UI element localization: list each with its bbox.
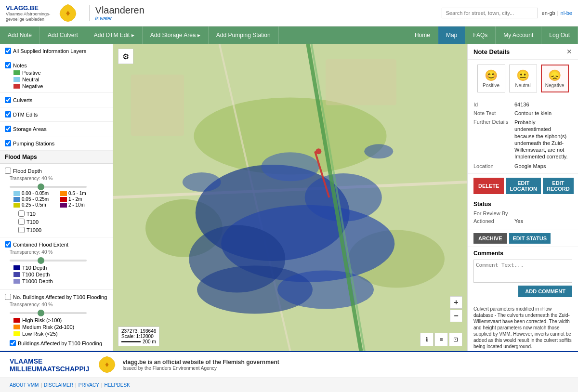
buildings-t100-checkbox[interactable] [5, 294, 11, 300]
negative-color [13, 84, 20, 89]
buildings-affected-row: Buildings Affected by T100 Flooding [5, 339, 108, 347]
legend-neutral: Neutral [5, 76, 108, 83]
buildings-affected-checkbox[interactable] [10, 340, 16, 346]
pumping-section: Pumping Stations [0, 136, 113, 151]
nav-faqs[interactable]: FAQs [465, 26, 496, 44]
bottom-disclaimer[interactable]: DISCLAIMER [44, 382, 73, 388]
flood-depth-checkbox[interactable] [5, 168, 11, 174]
buildings-high: High Risk (>100) [13, 317, 103, 324]
negative-button[interactable]: 😞 Negative [541, 65, 569, 92]
depth-color-5 [60, 203, 67, 208]
nav-log-out[interactable]: Log Out [541, 26, 578, 44]
language-switcher: en-gb | nl-be [542, 10, 572, 16]
nav-map[interactable]: Map [438, 26, 465, 44]
pumping-toggle[interactable]: Pumping Stations [5, 139, 108, 147]
depth-legend-0: 0.00 - 0.05m [13, 191, 56, 196]
nav-add-dtm-edit[interactable]: Add DTM Edit ▸ [86, 26, 143, 44]
map-coordinates: 237273, 193646 Scale: 1:12000 200 m [118, 327, 159, 346]
t100-checkbox[interactable] [18, 219, 25, 225]
edit-record-button[interactable]: EDIT RECORD [543, 178, 574, 194]
vlagg-logo: VLAGG.BE Vlaamse Afstroomings- gevoelige… [6, 4, 51, 22]
coords-text: 237273, 193646 [121, 328, 156, 334]
search-input[interactable] [442, 8, 538, 18]
map-settings-button[interactable]: ⚙ [118, 49, 133, 64]
nav-add-pumping-station[interactable]: Add Pumping Station [209, 26, 279, 44]
panel-close-button[interactable]: ✕ [566, 48, 572, 55]
delete-button[interactable]: DELETE [473, 178, 504, 194]
svg-point-10 [305, 173, 382, 222]
nav-add-note[interactable]: Add Note [0, 26, 40, 44]
lang-nl[interactable]: nl-be [561, 10, 572, 16]
t10-checkbox[interactable] [18, 210, 25, 217]
buildings-t100-toggle[interactable]: No. Buildings Affected by T100 Flooding [5, 293, 108, 301]
scale-bar-label: 200 m [143, 339, 156, 344]
all-layers-checkbox[interactable] [5, 48, 11, 54]
lion-icon: ♦ [58, 3, 78, 23]
bottom-helpdesk[interactable]: HELPDESK [105, 382, 130, 388]
panel-title: Note Details [473, 48, 510, 55]
culverts-label: Culverts [13, 97, 32, 103]
combined-t1000: T1000 Depth [13, 278, 103, 285]
map-area[interactable]: ⚙ + − ℹ ≡ ⊡ 237273, 193646 Scale: 1:1200… [113, 44, 467, 351]
actioned-row: Actioned Yes [473, 217, 572, 225]
neutral-icon: 😐 [516, 69, 529, 82]
buildings-transparency-slider[interactable] [10, 312, 87, 314]
storage-toggle[interactable]: Storage Areas [5, 125, 108, 133]
scale-bar-container: 200 m [121, 339, 156, 344]
t1000-checkbox[interactable] [18, 227, 25, 233]
combined-transparency-slider[interactable] [10, 260, 87, 261]
combined-t1000-color [13, 279, 20, 284]
flood-transparency-row: Transparency: 40 % [5, 175, 108, 182]
flood-depth-toggle[interactable]: Flood Depth [5, 167, 108, 175]
map-layers-button[interactable]: ≡ [434, 333, 448, 346]
notes-checkbox[interactable] [5, 62, 11, 68]
map-share-button[interactable]: ⊡ [449, 333, 462, 346]
nav-add-culvert[interactable]: Add Culvert [40, 26, 86, 44]
all-layers-toggle[interactable]: All Supplied Information Layers [5, 47, 108, 55]
dtm-checkbox[interactable] [5, 111, 11, 118]
archive-button[interactable]: ARCHIVE [473, 233, 507, 244]
note-details-panel: Note Details ✕ 😊 Positive 😐 Neutral 😞 Ne… [467, 44, 578, 351]
action-buttons-row: DELETE EDIT LOCATION EDIT RECORD [468, 174, 578, 198]
storage-checkbox[interactable] [5, 126, 11, 132]
notes-toggle[interactable]: Notes [5, 61, 108, 69]
positive-color [13, 70, 20, 75]
footer-official-sub: Issued by the Flanders Environment Agenc… [122, 366, 279, 371]
dtm-toggle[interactable]: DTM Edits [5, 110, 108, 118]
svg-point-15 [364, 144, 393, 158]
bottom-privacy[interactable]: PRIVACY [79, 382, 99, 388]
location-label: Location [473, 163, 514, 169]
zoom-out-button[interactable]: − [450, 310, 462, 322]
details-section: Id 64136 Note Text Contour te klein Furt… [468, 97, 578, 174]
lang-en[interactable]: en-gb [542, 10, 555, 16]
edit-status-button[interactable]: EDIT STATUS [509, 233, 551, 244]
map-info-button[interactable]: ℹ [420, 333, 434, 346]
buildings-medium: Medium Risk (2d-100) [13, 324, 103, 330]
note-text-row: Note Text Contour te klein [473, 109, 572, 118]
add-comment-button[interactable]: ADD COMMENT [518, 286, 572, 297]
positive-icon: 😊 [485, 69, 498, 82]
buildings-low-label: Low Risk (<25) [22, 331, 58, 337]
combined-t10-label: T10 Depth [22, 265, 47, 271]
comment-textarea[interactable] [473, 260, 572, 283]
culverts-toggle[interactable]: Culverts [5, 96, 108, 104]
depth-label-5: 2 - 10m [68, 202, 85, 208]
neutral-button[interactable]: 😐 Neutral [509, 65, 537, 92]
note-text-value: Contour te klein [514, 110, 572, 116]
combined-toggle[interactable]: Combined Flood Extent [5, 240, 108, 248]
culverts-checkbox[interactable] [5, 97, 11, 103]
positive-button[interactable]: 😊 Positive [477, 65, 505, 92]
svg-point-21 [315, 148, 321, 154]
pumping-checkbox[interactable] [5, 140, 11, 146]
map-canvas[interactable]: ⚙ + − ℹ ≡ ⊡ 237273, 193646 Scale: 1:1200… [113, 44, 467, 351]
edit-location-button[interactable]: EDIT LOCATION [506, 178, 541, 194]
flood-transparency-slider[interactable] [10, 186, 87, 188]
combined-checkbox[interactable] [5, 241, 11, 248]
status-section: Status For Review By Actioned Yes [468, 198, 578, 230]
nav-home[interactable]: Home [407, 26, 438, 44]
nav-add-storage-area[interactable]: Add Storage Area ▸ [143, 26, 209, 44]
vlaanderen-sub: is water [95, 16, 144, 21]
nav-my-account[interactable]: My Account [496, 26, 541, 44]
zoom-in-button[interactable]: + [450, 296, 462, 309]
bottom-about-vmm[interactable]: ABOUT VMM [10, 382, 39, 388]
